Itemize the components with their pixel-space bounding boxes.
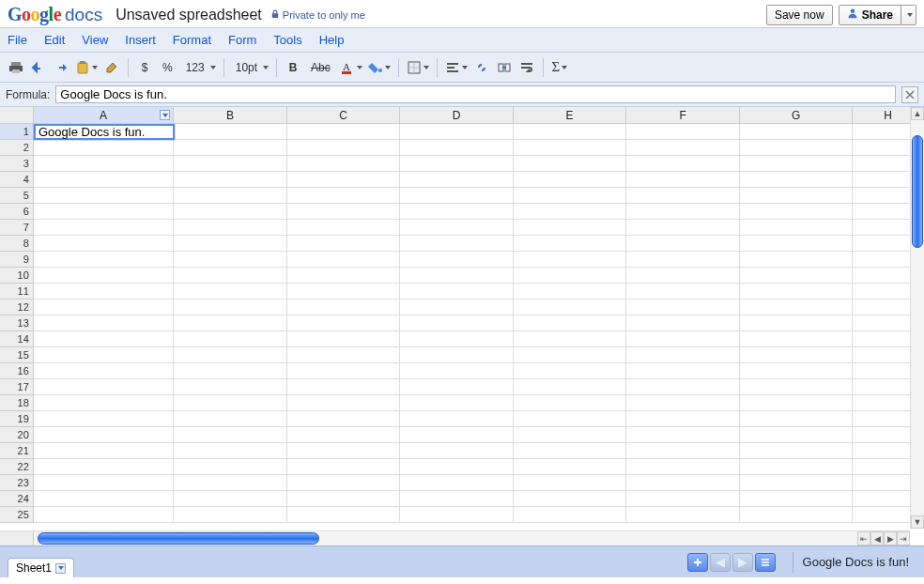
hscroll-track[interactable] [34,531,857,546]
cell[interactable] [174,268,287,284]
cell[interactable] [514,443,627,459]
cell[interactable] [174,140,287,156]
row-header[interactable]: 25 [0,507,34,523]
cell[interactable] [740,156,854,172]
cell[interactable] [626,411,740,427]
cell[interactable] [287,379,401,395]
cell[interactable] [626,347,740,363]
row-header[interactable]: 9 [0,252,34,268]
cell[interactable] [174,363,287,379]
text-color-button[interactable]: A [338,57,364,78]
cell[interactable] [174,459,287,475]
cell[interactable] [740,411,854,427]
cell[interactable] [287,252,401,268]
row-header[interactable]: 8 [0,236,34,252]
cell[interactable] [626,236,740,252]
column-header-B[interactable]: B [174,107,287,123]
cell[interactable] [287,411,401,427]
row-header[interactable]: 1 [0,124,34,140]
cell[interactable] [740,172,854,188]
cell[interactable] [626,156,740,172]
row-header[interactable]: 4 [0,172,34,188]
cell[interactable] [626,300,740,315]
row-header[interactable]: 10 [0,268,34,284]
insert-link-button[interactable] [471,57,492,78]
cell[interactable] [34,236,174,252]
cell[interactable] [514,220,627,236]
cell[interactable] [626,188,740,204]
cell[interactable] [174,427,287,443]
cell[interactable] [174,204,287,220]
document-title[interactable]: Unsaved spreadsheet [116,7,262,23]
cell[interactable] [400,204,514,220]
cell[interactable] [34,427,174,443]
functions-button[interactable]: Σ [549,57,570,78]
cell[interactable] [174,300,287,315]
cell[interactable] [34,363,174,379]
cell[interactable] [626,220,740,236]
cell[interactable] [34,395,174,411]
cell[interactable] [287,188,401,204]
cell[interactable] [740,347,854,363]
cell[interactable] [34,124,174,140]
cell[interactable] [740,443,854,459]
cell[interactable] [34,188,174,204]
cell[interactable] [514,507,627,523]
cell[interactable] [34,315,174,331]
cell[interactable] [287,156,401,172]
menu-tools[interactable]: Tools [273,33,301,47]
formula-input[interactable] [55,85,896,103]
cell[interactable] [514,331,627,347]
cell[interactable] [34,459,174,475]
cell[interactable] [34,331,174,347]
cell[interactable] [740,507,854,523]
cell[interactable] [174,156,287,172]
grid-rows[interactable]: 1234567891011121314151617181920212223242… [0,124,924,529]
cell[interactable] [514,347,627,363]
undo-button[interactable] [28,57,49,78]
font-size-dropdown[interactable]: 10pt [230,57,270,78]
cell[interactable] [34,411,174,427]
cell[interactable] [626,379,740,395]
cell[interactable] [34,268,174,284]
cell[interactable] [400,236,514,252]
cell[interactable] [400,331,514,347]
cell[interactable] [34,379,174,395]
cell[interactable] [626,204,740,220]
row-header[interactable]: 23 [0,475,34,491]
cell[interactable] [740,124,854,140]
cell[interactable] [400,363,514,379]
cell[interactable] [400,252,514,268]
web-clipboard-button[interactable] [73,57,100,78]
row-header[interactable]: 7 [0,220,34,236]
cell[interactable] [740,268,854,284]
cell[interactable] [400,300,514,315]
cell[interactable] [287,507,401,523]
cell[interactable] [740,284,854,300]
cell[interactable] [174,443,287,459]
scroll-up-button[interactable]: ▲ [911,107,924,120]
cell[interactable] [514,284,627,300]
cell[interactable] [287,459,401,475]
cell[interactable] [514,188,627,204]
cell[interactable] [174,220,287,236]
cell[interactable] [287,204,401,220]
vscroll-track[interactable] [911,120,924,515]
cell[interactable] [514,475,627,491]
cell[interactable] [287,300,401,315]
cell[interactable] [514,252,627,268]
cell[interactable] [174,491,287,507]
cell[interactable] [400,172,514,188]
cell[interactable] [626,284,740,300]
cell[interactable] [626,475,740,491]
cell[interactable] [287,331,401,347]
cell[interactable] [400,220,514,236]
cell[interactable] [174,507,287,523]
cell[interactable] [514,268,627,284]
cell[interactable] [514,124,627,140]
cell[interactable] [626,363,740,379]
cell[interactable] [514,236,627,252]
cell[interactable] [287,443,401,459]
cell[interactable] [514,204,627,220]
cell[interactable] [287,268,401,284]
